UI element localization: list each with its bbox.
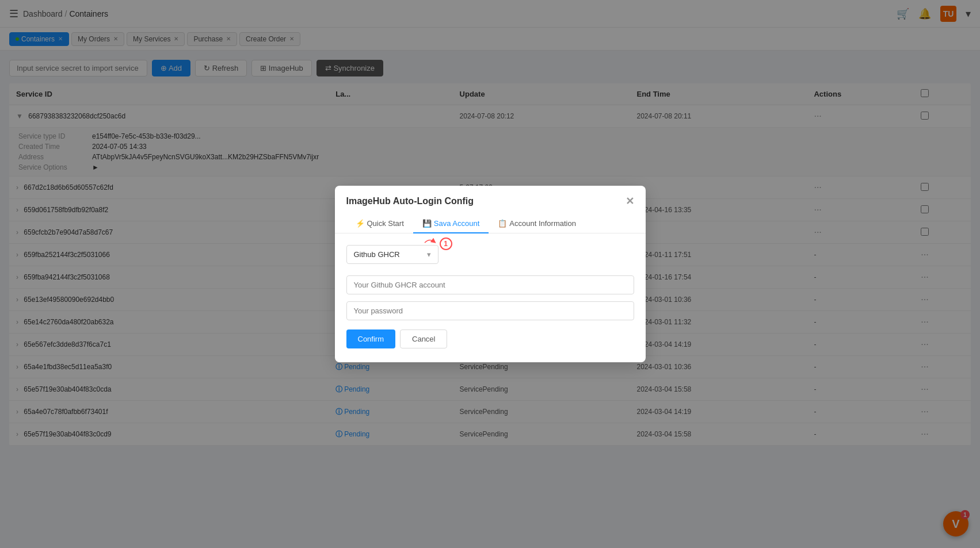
modal-title: ImageHub Auto-Login Config bbox=[346, 196, 474, 206]
accountinfo-icon: 📋 bbox=[498, 219, 507, 228]
step-badge: 1 bbox=[440, 237, 452, 250]
modal-overlay: ImageHub Auto-Login Config ✕ ⚡ Quick Sta… bbox=[0, 0, 980, 455]
imagehub-config-modal: ImageHub Auto-Login Config ✕ ⚡ Quick Sta… bbox=[335, 186, 646, 362]
modal-tabs: ⚡ Quick Start 💾 Sava Account 📋 Account I… bbox=[335, 208, 646, 233]
password-input[interactable] bbox=[346, 301, 634, 320]
account-input[interactable] bbox=[346, 275, 634, 294]
modal-body: Github GHCR ▾ bbox=[335, 233, 646, 362]
quickstart-icon: ⚡ bbox=[356, 219, 365, 228]
registry-dropdown-value: Github GHCR bbox=[354, 250, 400, 259]
step-annotation: 1 bbox=[424, 237, 452, 250]
tab-saveaccount[interactable]: 💾 Sava Account bbox=[413, 214, 489, 233]
cancel-button[interactable]: Cancel bbox=[400, 329, 447, 348]
tab-quickstart[interactable]: ⚡ Quick Start bbox=[346, 214, 413, 233]
modal-close-button[interactable]: ✕ bbox=[626, 195, 634, 208]
modal-footer: Confirm Cancel bbox=[346, 327, 634, 351]
saveaccount-icon: 💾 bbox=[422, 219, 432, 228]
registry-dropdown-wrap: Github GHCR ▾ bbox=[346, 245, 438, 264]
password-input-wrap bbox=[346, 301, 634, 327]
tab-accountinfo[interactable]: 📋 Account Information bbox=[489, 214, 585, 233]
confirm-button[interactable]: Confirm bbox=[346, 329, 396, 348]
dropdown-arrow-icon: ▾ bbox=[427, 250, 431, 259]
step-arrow-icon bbox=[424, 237, 440, 248]
account-input-wrap bbox=[346, 275, 634, 301]
modal-header: ImageHub Auto-Login Config ✕ bbox=[335, 186, 646, 208]
